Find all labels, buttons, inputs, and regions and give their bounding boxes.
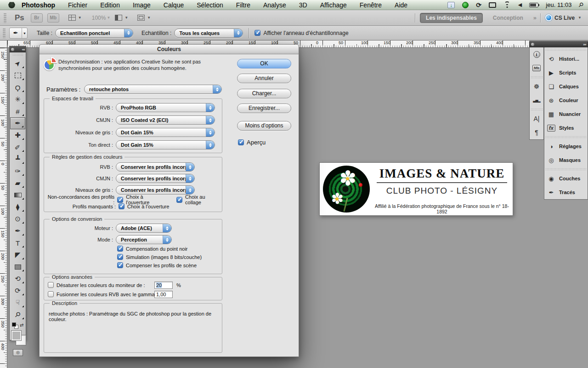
regles-select-1[interactable]: Conserver les profils incorporés: [116, 174, 195, 183]
espaces-select-2[interactable]: Dot Gain 15%: [116, 128, 215, 137]
lasso-tool[interactable]: Ϙ: [10, 81, 25, 93]
rectangle-tool[interactable]: [10, 261, 25, 273]
menu-item-affichage[interactable]: Affichage: [320, 1, 347, 9]
optionsbar-grip[interactable]: [3, 28, 6, 38]
navigator-panel-icon[interactable]: ☸: [530, 80, 543, 93]
wifi-icon[interactable]: [503, 2, 511, 8]
foreground-color-swatch[interactable]: [11, 331, 21, 340]
annuler-button[interactable]: Annuler: [237, 74, 291, 83]
appbar-grip[interactable]: [4, 13, 6, 23]
menu-item-analyse[interactable]: Analyse: [263, 1, 286, 9]
dialog-title[interactable]: Couleurs: [40, 45, 299, 54]
dock-tab-layers-panel[interactable]: ❏Calques: [544, 80, 588, 93]
fusionner-checkbox[interactable]: [48, 291, 54, 297]
dock-tab-actions-panel[interactable]: ▶Scripts: [544, 66, 588, 80]
menu-item-image[interactable]: Image: [133, 1, 151, 9]
crop-tool[interactable]: #: [10, 105, 25, 117]
choix-ouverture-checkbox[interactable]: [117, 197, 123, 203]
history-brush-tool[interactable]: ✑: [10, 165, 25, 177]
moteur-select[interactable]: Adobe (ACE): [116, 224, 172, 233]
desaturer-checkbox[interactable]: [48, 282, 54, 288]
apercu-checkbox[interactable]: [238, 139, 244, 145]
document-canvas[interactable]: ✽ ✽ IMAGES & NATURE CLUB PHOTO - LÉSIGNY…: [319, 162, 513, 216]
mode-select[interactable]: Perception: [116, 235, 172, 244]
dock-tab-swatches-panel[interactable]: ▦Nuancier: [544, 107, 588, 121]
bridge-button[interactable]: Br: [31, 13, 43, 23]
view-extras-button[interactable]: ▼: [68, 15, 82, 21]
vertical-ruler[interactable]: 25020015010050050100150200250300350400: [0, 48, 7, 368]
tools-panel-grip[interactable]: [12, 53, 23, 57]
mini-bridge-panel-icon[interactable]: Mb: [530, 61, 543, 75]
quick-selection-tool[interactable]: ✳: [10, 93, 25, 105]
workspace-design-button[interactable]: Conception: [487, 13, 529, 23]
dock-tab-adjustments-panel[interactable]: ◑Réglages: [544, 139, 588, 153]
histogram-panel-icon[interactable]: ▃▅▂: [530, 93, 543, 107]
paragraph-panel-icon[interactable]: ¶: [530, 126, 543, 139]
zoom-level[interactable]: 100%: [92, 15, 106, 21]
gradient-tool[interactable]: [10, 189, 25, 201]
rectangular-marquee-tool[interactable]: [10, 69, 25, 81]
menu-item-fichier[interactable]: Fichier: [68, 1, 87, 9]
quick-mask-button[interactable]: ◎: [13, 349, 23, 356]
dock-tab-color-panel[interactable]: ⊛Couleur: [544, 93, 588, 107]
character-panel-icon[interactable]: A|: [530, 112, 543, 126]
type-tool[interactable]: T: [10, 237, 25, 249]
mini-bridge-button[interactable]: Mb: [47, 13, 59, 23]
download-icon[interactable]: ↓: [447, 2, 455, 8]
espaces-select-1[interactable]: ISO Coated v2 (ECI): [116, 115, 215, 125]
dodge-tool[interactable]: ⊙: [10, 213, 25, 225]
moins-options-button[interactable]: Moins d'options: [237, 121, 291, 131]
regles-select-2[interactable]: Conserver les profils incorporés: [116, 185, 195, 195]
enregistrer-button[interactable]: Enregistrer...: [237, 104, 291, 113]
espaces-select-3[interactable]: Dot Gain 15%: [116, 140, 215, 150]
espaces-select-0[interactable]: ProPhoto RGB: [116, 103, 215, 112]
gamma-field[interactable]: 1,00: [154, 291, 173, 298]
conversion-checkbox-0[interactable]: [117, 246, 123, 252]
desaturer-field[interactable]: 20: [154, 282, 173, 289]
brush-tool[interactable]: ✏: [10, 141, 25, 153]
tool-preset-picker[interactable]: ✒ ▼: [9, 28, 28, 39]
ok-button[interactable]: OK: [237, 59, 291, 69]
dock-tab-paths-panel[interactable]: ✒Tracés: [544, 185, 588, 199]
tools-panel-header[interactable]: ◂◂: [10, 46, 26, 52]
charger-button[interactable]: Charger...: [237, 89, 291, 98]
display-icon[interactable]: [489, 2, 496, 8]
menu-item-calque[interactable]: Calque: [164, 1, 184, 9]
orbit-3d-tool[interactable]: ⟳: [10, 285, 25, 297]
hand-tool[interactable]: ☟: [10, 297, 25, 309]
workspace-overflow-button[interactable]: »: [533, 14, 536, 21]
taille-select[interactable]: Echantillon ponctuel: [55, 29, 133, 38]
dock-tab-channels-panel[interactable]: ◉Couches: [544, 172, 588, 185]
conversion-checkbox-2[interactable]: [117, 262, 123, 268]
zoom-tool[interactable]: ⚲: [10, 309, 25, 321]
menu-item-edition[interactable]: Edition: [100, 1, 120, 9]
battery-icon[interactable]: [529, 3, 538, 7]
volume-icon[interactable]: ◀: [518, 2, 522, 8]
menu-item-aide[interactable]: Aide: [395, 1, 407, 9]
conversion-checkbox-1[interactable]: [117, 254, 123, 260]
menu-clock[interactable]: jeu. 11:03: [546, 1, 571, 8]
menu-item-fen-tre[interactable]: Fenêtre: [360, 1, 382, 9]
eyedropper-tool[interactable]: ✒: [10, 117, 25, 129]
echantillon-select[interactable]: Tous les calques: [174, 29, 243, 38]
menu-item-filtre[interactable]: Filtre: [236, 1, 250, 9]
apple-menu-icon[interactable]: [8, 1, 15, 8]
info-panel-icon[interactable]: i: [530, 47, 543, 61]
parametres-select[interactable]: retouche photos: [84, 85, 222, 94]
arrange-documents-button[interactable]: ▼: [115, 15, 128, 21]
dock-tab-masks-panel[interactable]: ◎Masques: [544, 153, 588, 167]
dock-header[interactable]: ▸▸: [529, 41, 588, 47]
workspace-essentials-button[interactable]: Les indispensables: [420, 13, 483, 23]
menu-item-s-lection[interactable]: Sélection: [197, 1, 223, 9]
eraser-tool[interactable]: ▰: [10, 177, 25, 189]
menu-item-photoshop[interactable]: Photoshop: [22, 1, 55, 9]
pen-tool[interactable]: ✒: [10, 225, 25, 237]
path-selection-tool[interactable]: ◤: [10, 249, 25, 261]
choix-collage-checkbox[interactable]: [176, 197, 182, 203]
dock-tab-history-panel[interactable]: ⟲Histori...: [544, 52, 588, 66]
spotlight-icon[interactable]: ⚲: [577, 1, 585, 9]
swap-colors-icon[interactable]: ⇄: [20, 322, 23, 328]
regles-select-0[interactable]: Conserver les profils incorporés: [116, 162, 195, 172]
rotate-3d-tool[interactable]: ⟲: [10, 273, 25, 285]
dock-tab-styles-panel[interactable]: fxStyles: [544, 121, 588, 135]
